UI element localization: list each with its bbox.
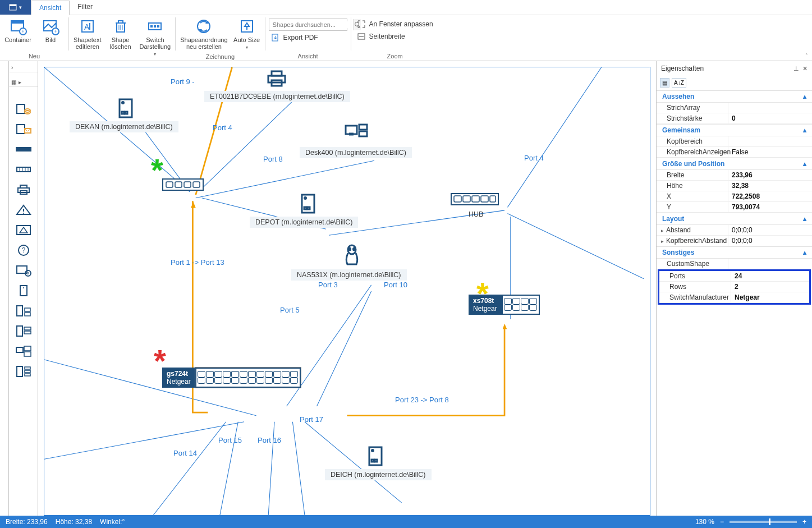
hub-device[interactable] bbox=[451, 193, 499, 205]
close-icon[interactable]: ✕ bbox=[802, 65, 808, 72]
pin-icon[interactable]: ⊥ bbox=[793, 65, 799, 72]
palette-help-icon[interactable]: ? bbox=[13, 243, 34, 258]
palette-monitor-help-icon[interactable]: ? bbox=[13, 263, 34, 278]
shapetext-label: Shapetext editieren bbox=[74, 36, 102, 50]
svg-rect-119 bbox=[454, 196, 461, 202]
node-dekan-label: DEKAN (m.loginternet.de\BillC) bbox=[70, 121, 178, 132]
svg-marker-91 bbox=[191, 201, 196, 208]
prop-strichstaerke-v[interactable]: 0 bbox=[728, 113, 812, 123]
palette-server-group-icon[interactable] bbox=[13, 304, 34, 318]
svg-rect-67 bbox=[24, 352, 31, 356]
svg-rect-45 bbox=[20, 185, 27, 188]
bild-button[interactable]: + Bild bbox=[36, 16, 65, 44]
shape-delete-button[interactable]: Shape löschen bbox=[106, 16, 135, 51]
zoom-slider[interactable] bbox=[730, 521, 797, 523]
prop-kopfbereich-k: Kopfbereich bbox=[657, 136, 728, 146]
prop-manu-v[interactable]: Netgear bbox=[731, 292, 809, 302]
prop-breite-v[interactable]: 233,96 bbox=[728, 170, 812, 180]
shape-search-input[interactable] bbox=[269, 21, 354, 28]
svg-rect-117 bbox=[184, 182, 191, 187]
palette-printer-icon[interactable] bbox=[13, 182, 34, 197]
server-dekan-icon[interactable] bbox=[117, 98, 134, 121]
port-17-label: Port 17 bbox=[300, 415, 323, 424]
port-5-label: Port 5 bbox=[280, 306, 300, 314]
workstation-desk400-icon[interactable] bbox=[345, 123, 368, 145]
svg-line-84 bbox=[44, 422, 244, 460]
svg-rect-69 bbox=[25, 367, 30, 369]
cat-groesse[interactable]: Größe und Position bbox=[662, 160, 724, 168]
palette-expand-icon[interactable]: › bbox=[11, 65, 13, 71]
zoom-in-button[interactable]: + bbox=[802, 518, 806, 526]
properties-grid[interactable]: Aussehen▴ StrichArray Strichstärke0 Geme… bbox=[657, 90, 812, 305]
tab-ansicht[interactable]: Ansicht bbox=[31, 1, 70, 15]
tab-filter[interactable]: Filter bbox=[70, 0, 100, 15]
svg-marker-26 bbox=[245, 23, 249, 26]
palette-warning-icon[interactable] bbox=[13, 203, 34, 217]
container-button[interactable]: + Container bbox=[3, 16, 33, 44]
left-collapse-strip[interactable] bbox=[0, 61, 9, 516]
server-deich-icon[interactable] bbox=[367, 446, 384, 469]
diagram-canvas[interactable]: * * * bbox=[44, 67, 650, 516]
page-width-button[interactable]: Seitenbreite bbox=[355, 31, 435, 42]
cat-aussehen[interactable]: Aussehen bbox=[662, 93, 694, 100]
prop-abstand-k[interactable]: Abstand bbox=[657, 225, 728, 235]
linux-nas-icon[interactable] bbox=[342, 244, 362, 269]
svg-point-49 bbox=[23, 213, 24, 214]
prop-kopfanz-v[interactable]: False bbox=[728, 147, 812, 157]
prop-kopfabstand-k[interactable]: KopfbereichAbstand bbox=[657, 236, 728, 246]
palette-switch-full-icon[interactable] bbox=[13, 142, 34, 157]
palette-server-mail-icon[interactable] bbox=[13, 122, 34, 136]
prop-custom-v[interactable] bbox=[728, 259, 812, 269]
mini-switch[interactable] bbox=[162, 178, 204, 191]
svg-rect-114 bbox=[375, 460, 377, 462]
port-15-label: Port 15 bbox=[218, 436, 242, 444]
palette-warning-box-icon[interactable] bbox=[13, 223, 34, 237]
svg-rect-20 bbox=[154, 25, 156, 27]
shape-arrange-button[interactable]: Shapeanordnung neu erstellen bbox=[179, 16, 228, 51]
palette-switch-small-icon[interactable] bbox=[13, 162, 34, 177]
prop-mode-alpha[interactable]: A↓Z bbox=[672, 78, 686, 88]
svg-rect-57 bbox=[20, 286, 27, 296]
palette-server-db-icon[interactable] bbox=[13, 102, 34, 116]
prop-hoehe-v[interactable]: 32,38 bbox=[728, 181, 812, 191]
switch-gs724t[interactable]: gs724t Netgear bbox=[162, 368, 301, 388]
prop-ports-k: Ports bbox=[659, 271, 731, 281]
server-depot-icon[interactable] bbox=[300, 194, 316, 216]
zoom-out-button[interactable]: − bbox=[720, 518, 724, 526]
prop-kopfbereich-v[interactable] bbox=[728, 136, 812, 146]
prop-rows-v[interactable]: 2 bbox=[731, 282, 809, 292]
status-bar: Breite: 233,96 Höhe: 32,38 Winkel:° 130 … bbox=[0, 516, 812, 528]
cat-gemeinsam[interactable]: Gemeinsam bbox=[662, 126, 700, 134]
prop-ports-v[interactable]: 24 bbox=[731, 271, 809, 281]
prop-y-v[interactable]: 793,0074 bbox=[728, 202, 812, 212]
fit-window-button[interactable]: An Fenster anpassen bbox=[355, 19, 435, 30]
cat-sonstiges[interactable]: Sonstiges bbox=[662, 249, 694, 256]
shape-search[interactable] bbox=[269, 19, 347, 31]
export-pdf-button[interactable]: Export PDF bbox=[269, 32, 347, 43]
prop-rows-k: Rows bbox=[659, 282, 731, 292]
autosize-button[interactable]: Auto Size ▾ bbox=[232, 16, 262, 52]
ribbon-collapse-button[interactable]: ˆ bbox=[806, 53, 808, 59]
prop-stricharray-v[interactable] bbox=[728, 103, 812, 113]
switch-gs724t-vendor: Netgear bbox=[167, 378, 191, 385]
switch-xs708t[interactable]: xs708t Netgear bbox=[469, 295, 540, 315]
cat-layout[interactable]: Layout bbox=[662, 215, 684, 223]
prop-x-v[interactable]: 722,2508 bbox=[728, 191, 812, 201]
printer-icon[interactable] bbox=[266, 70, 287, 90]
prop-abstand-v[interactable]: 0;0;0;0 bbox=[728, 225, 812, 235]
palette-server-icon[interactable] bbox=[13, 283, 34, 298]
palette-cat-icon[interactable]: ▦ bbox=[11, 79, 16, 85]
palette-server-rack-icon[interactable] bbox=[13, 364, 34, 379]
svg-line-85 bbox=[153, 422, 226, 515]
prop-y-k: Y bbox=[657, 202, 728, 212]
prop-hoehe-k: Höhe bbox=[657, 181, 728, 191]
shapetext-button[interactable]: A Shapetext editieren bbox=[72, 16, 103, 51]
palette-pc-group-icon[interactable] bbox=[13, 344, 34, 359]
prop-kopfabstand-v[interactable]: 0;0;0;0 bbox=[728, 236, 812, 246]
switch-display-button[interactable]: Switch Darstellung ▾ bbox=[139, 16, 172, 59]
prop-mode-categorized[interactable]: ▤ bbox=[660, 78, 669, 88]
palette-server-stack-icon[interactable] bbox=[13, 324, 34, 338]
export-pdf-label: Export PDF bbox=[283, 34, 318, 42]
highlighted-props: Ports24 Rows2 SwitchManufacturerNetgear bbox=[658, 269, 811, 305]
app-menu-button[interactable]: ▾ bbox=[0, 0, 31, 15]
